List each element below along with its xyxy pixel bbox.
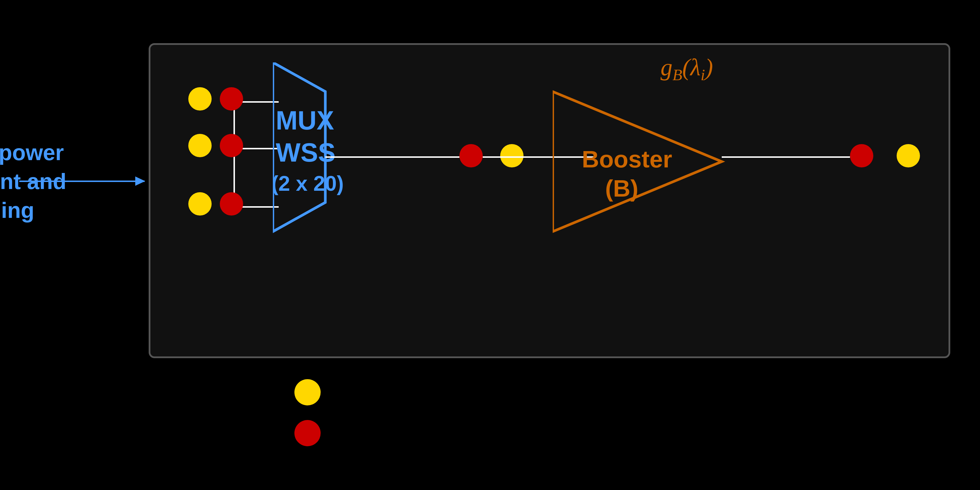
gain-label: gB(λi) [660, 54, 713, 84]
booster-triangle: Booster (B) [553, 68, 757, 255]
dot-red-2 [220, 134, 243, 157]
svg-text:WSS: WSS [276, 138, 336, 167]
input-dots-bot [188, 192, 243, 215]
input-dots-top [188, 87, 243, 110]
svg-text:MUX: MUX [276, 106, 334, 135]
post-booster-red-dot [850, 144, 873, 168]
mux-output-line [325, 156, 460, 158]
post-booster-yellow-dot [897, 144, 920, 168]
bottom-dot-yellow [294, 379, 321, 405]
device-box: MUX WSS (2 x 20) Booster (B) gB(λi) [149, 43, 950, 358]
bottom-dot-red [294, 420, 321, 446]
annotation-arrow-line [19, 180, 145, 182]
mux-wss-shape: MUX WSS (2 x 20) [273, 62, 453, 249]
post-mux-yellow-dot [500, 144, 523, 168]
post-mux-red-dot [460, 144, 483, 168]
dot-yellow-2 [188, 134, 212, 157]
gain-text: gB(λi) [660, 54, 713, 80]
dot-red-1 [220, 87, 243, 110]
dot-red-3 [220, 192, 243, 215]
annotation-arrowhead [135, 176, 145, 186]
svg-text:(B): (B) [605, 175, 638, 201]
main-canvas: MUX WSS (2 x 20) Booster (B) gB(λi) [0, 0, 980, 490]
svg-text:Booster: Booster [582, 146, 672, 172]
svg-text:(2 x 20): (2 x 20) [273, 172, 344, 195]
dot-yellow-1 [188, 87, 212, 110]
annotation-line3: flattening [0, 196, 67, 225]
input-dots-mid [188, 134, 243, 157]
dot-yellow-3 [188, 192, 212, 215]
annotation-line1: Channel power [0, 138, 67, 167]
bottom-dots [294, 379, 321, 446]
booster-output-line [722, 156, 850, 158]
